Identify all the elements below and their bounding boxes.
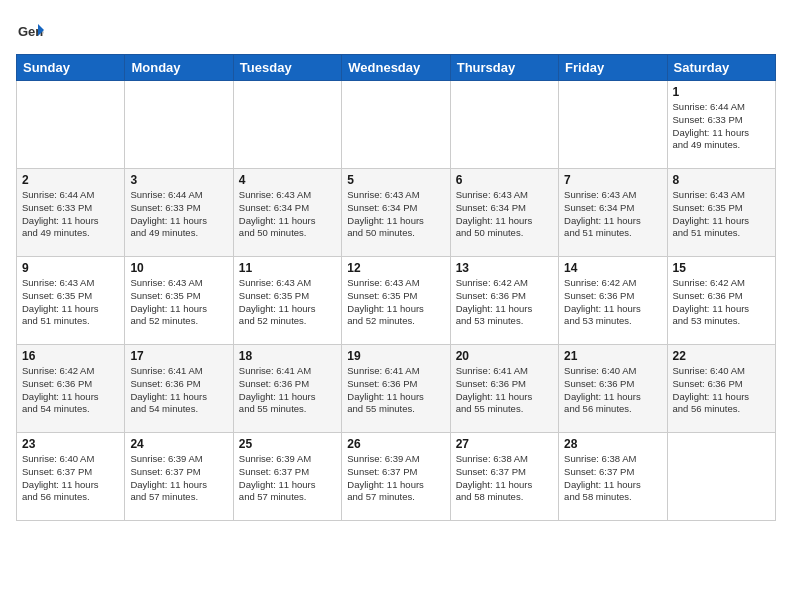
day-number: 2 [22, 173, 119, 187]
day-info: Sunrise: 6:42 AM Sunset: 6:36 PM Dayligh… [456, 277, 553, 328]
day-info: Sunrise: 6:40 AM Sunset: 6:36 PM Dayligh… [673, 365, 770, 416]
calendar-cell: 13Sunrise: 6:42 AM Sunset: 6:36 PM Dayli… [450, 257, 558, 345]
day-info: Sunrise: 6:39 AM Sunset: 6:37 PM Dayligh… [130, 453, 227, 504]
day-number: 28 [564, 437, 661, 451]
day-number: 5 [347, 173, 444, 187]
day-number: 3 [130, 173, 227, 187]
day-info: Sunrise: 6:44 AM Sunset: 6:33 PM Dayligh… [673, 101, 770, 152]
day-info: Sunrise: 6:43 AM Sunset: 6:35 PM Dayligh… [130, 277, 227, 328]
calendar-week-row: 16Sunrise: 6:42 AM Sunset: 6:36 PM Dayli… [17, 345, 776, 433]
day-number: 22 [673, 349, 770, 363]
day-of-week-header: Thursday [450, 55, 558, 81]
day-number: 16 [22, 349, 119, 363]
day-info: Sunrise: 6:42 AM Sunset: 6:36 PM Dayligh… [22, 365, 119, 416]
page-header: General [16, 16, 776, 44]
day-number: 10 [130, 261, 227, 275]
calendar-cell: 22Sunrise: 6:40 AM Sunset: 6:36 PM Dayli… [667, 345, 775, 433]
calendar-cell: 23Sunrise: 6:40 AM Sunset: 6:37 PM Dayli… [17, 433, 125, 521]
calendar-cell: 20Sunrise: 6:41 AM Sunset: 6:36 PM Dayli… [450, 345, 558, 433]
day-number: 26 [347, 437, 444, 451]
day-number: 24 [130, 437, 227, 451]
day-number: 20 [456, 349, 553, 363]
calendar-header-row: SundayMondayTuesdayWednesdayThursdayFrid… [17, 55, 776, 81]
day-number: 21 [564, 349, 661, 363]
day-of-week-header: Friday [559, 55, 667, 81]
calendar-cell: 14Sunrise: 6:42 AM Sunset: 6:36 PM Dayli… [559, 257, 667, 345]
day-info: Sunrise: 6:43 AM Sunset: 6:34 PM Dayligh… [564, 189, 661, 240]
calendar-cell: 3Sunrise: 6:44 AM Sunset: 6:33 PM Daylig… [125, 169, 233, 257]
calendar-cell [17, 81, 125, 169]
day-info: Sunrise: 6:43 AM Sunset: 6:35 PM Dayligh… [673, 189, 770, 240]
calendar-cell: 7Sunrise: 6:43 AM Sunset: 6:34 PM Daylig… [559, 169, 667, 257]
calendar-cell [125, 81, 233, 169]
day-info: Sunrise: 6:42 AM Sunset: 6:36 PM Dayligh… [673, 277, 770, 328]
calendar-cell: 8Sunrise: 6:43 AM Sunset: 6:35 PM Daylig… [667, 169, 775, 257]
day-number: 11 [239, 261, 336, 275]
calendar-cell [450, 81, 558, 169]
day-info: Sunrise: 6:41 AM Sunset: 6:36 PM Dayligh… [456, 365, 553, 416]
calendar-cell: 12Sunrise: 6:43 AM Sunset: 6:35 PM Dayli… [342, 257, 450, 345]
calendar-week-row: 1Sunrise: 6:44 AM Sunset: 6:33 PM Daylig… [17, 81, 776, 169]
calendar-cell: 6Sunrise: 6:43 AM Sunset: 6:34 PM Daylig… [450, 169, 558, 257]
calendar-cell: 11Sunrise: 6:43 AM Sunset: 6:35 PM Dayli… [233, 257, 341, 345]
calendar-cell [667, 433, 775, 521]
calendar-cell: 2Sunrise: 6:44 AM Sunset: 6:33 PM Daylig… [17, 169, 125, 257]
day-info: Sunrise: 6:39 AM Sunset: 6:37 PM Dayligh… [347, 453, 444, 504]
day-number: 4 [239, 173, 336, 187]
day-number: 25 [239, 437, 336, 451]
calendar-cell: 17Sunrise: 6:41 AM Sunset: 6:36 PM Dayli… [125, 345, 233, 433]
calendar-cell [559, 81, 667, 169]
calendar-cell: 21Sunrise: 6:40 AM Sunset: 6:36 PM Dayli… [559, 345, 667, 433]
day-info: Sunrise: 6:44 AM Sunset: 6:33 PM Dayligh… [130, 189, 227, 240]
day-info: Sunrise: 6:43 AM Sunset: 6:35 PM Dayligh… [22, 277, 119, 328]
calendar-week-row: 2Sunrise: 6:44 AM Sunset: 6:33 PM Daylig… [17, 169, 776, 257]
day-number: 23 [22, 437, 119, 451]
day-info: Sunrise: 6:42 AM Sunset: 6:36 PM Dayligh… [564, 277, 661, 328]
day-number: 9 [22, 261, 119, 275]
logo: General [16, 16, 48, 44]
calendar-cell [233, 81, 341, 169]
logo-icon: General [16, 16, 44, 44]
calendar-week-row: 23Sunrise: 6:40 AM Sunset: 6:37 PM Dayli… [17, 433, 776, 521]
day-info: Sunrise: 6:38 AM Sunset: 6:37 PM Dayligh… [456, 453, 553, 504]
day-info: Sunrise: 6:40 AM Sunset: 6:37 PM Dayligh… [22, 453, 119, 504]
calendar-table: SundayMondayTuesdayWednesdayThursdayFrid… [16, 54, 776, 521]
day-info: Sunrise: 6:38 AM Sunset: 6:37 PM Dayligh… [564, 453, 661, 504]
day-of-week-header: Tuesday [233, 55, 341, 81]
day-info: Sunrise: 6:41 AM Sunset: 6:36 PM Dayligh… [347, 365, 444, 416]
day-of-week-header: Monday [125, 55, 233, 81]
calendar-cell: 26Sunrise: 6:39 AM Sunset: 6:37 PM Dayli… [342, 433, 450, 521]
day-info: Sunrise: 6:43 AM Sunset: 6:35 PM Dayligh… [239, 277, 336, 328]
calendar-cell: 16Sunrise: 6:42 AM Sunset: 6:36 PM Dayli… [17, 345, 125, 433]
day-of-week-header: Wednesday [342, 55, 450, 81]
day-number: 13 [456, 261, 553, 275]
calendar-cell: 18Sunrise: 6:41 AM Sunset: 6:36 PM Dayli… [233, 345, 341, 433]
day-info: Sunrise: 6:44 AM Sunset: 6:33 PM Dayligh… [22, 189, 119, 240]
day-number: 6 [456, 173, 553, 187]
calendar-cell: 10Sunrise: 6:43 AM Sunset: 6:35 PM Dayli… [125, 257, 233, 345]
day-number: 8 [673, 173, 770, 187]
day-number: 19 [347, 349, 444, 363]
day-info: Sunrise: 6:40 AM Sunset: 6:36 PM Dayligh… [564, 365, 661, 416]
day-number: 18 [239, 349, 336, 363]
day-number: 27 [456, 437, 553, 451]
day-number: 14 [564, 261, 661, 275]
calendar-cell: 1Sunrise: 6:44 AM Sunset: 6:33 PM Daylig… [667, 81, 775, 169]
calendar-cell: 15Sunrise: 6:42 AM Sunset: 6:36 PM Dayli… [667, 257, 775, 345]
day-info: Sunrise: 6:43 AM Sunset: 6:34 PM Dayligh… [347, 189, 444, 240]
day-info: Sunrise: 6:41 AM Sunset: 6:36 PM Dayligh… [239, 365, 336, 416]
calendar-cell: 27Sunrise: 6:38 AM Sunset: 6:37 PM Dayli… [450, 433, 558, 521]
day-info: Sunrise: 6:43 AM Sunset: 6:34 PM Dayligh… [456, 189, 553, 240]
day-info: Sunrise: 6:43 AM Sunset: 6:35 PM Dayligh… [347, 277, 444, 328]
calendar-cell: 19Sunrise: 6:41 AM Sunset: 6:36 PM Dayli… [342, 345, 450, 433]
day-number: 1 [673, 85, 770, 99]
day-number: 12 [347, 261, 444, 275]
calendar-cell [342, 81, 450, 169]
day-of-week-header: Saturday [667, 55, 775, 81]
day-of-week-header: Sunday [17, 55, 125, 81]
calendar-week-row: 9Sunrise: 6:43 AM Sunset: 6:35 PM Daylig… [17, 257, 776, 345]
day-info: Sunrise: 6:39 AM Sunset: 6:37 PM Dayligh… [239, 453, 336, 504]
day-number: 15 [673, 261, 770, 275]
calendar-cell: 24Sunrise: 6:39 AM Sunset: 6:37 PM Dayli… [125, 433, 233, 521]
calendar-cell: 5Sunrise: 6:43 AM Sunset: 6:34 PM Daylig… [342, 169, 450, 257]
